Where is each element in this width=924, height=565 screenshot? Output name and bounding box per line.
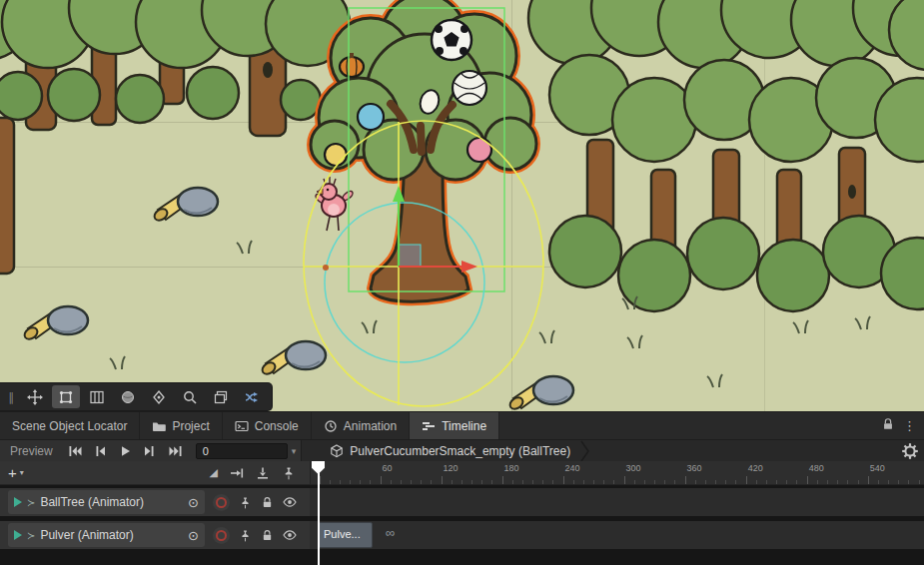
ruler-tick <box>807 476 808 484</box>
ruler-tick <box>471 480 472 484</box>
ruler-tick <box>542 480 543 484</box>
mix-mode-icon-button[interactable] <box>230 466 244 480</box>
scene-view[interactable]: ∥ <box>0 0 924 411</box>
ruler-label: 120 <box>444 463 459 473</box>
go-to-start-button[interactable] <box>63 440 88 462</box>
scene-canvas <box>0 0 924 411</box>
move-tool-button[interactable] <box>21 385 49 408</box>
ruler-label: 540 <box>870 463 885 473</box>
pin-icon[interactable] <box>239 496 252 509</box>
preview-toggle-button[interactable]: Preview <box>0 444 63 458</box>
ruler-tick <box>674 480 675 484</box>
tabbar-menu-button[interactable]: ⋮ <box>903 419 916 432</box>
ruler-tick <box>491 480 492 484</box>
ruler-label: 360 <box>687 463 702 473</box>
play-button[interactable] <box>113 440 138 462</box>
record-button[interactable] <box>213 494 230 511</box>
tab-label: Console <box>255 419 299 433</box>
lock-icon-button[interactable] <box>881 417 895 434</box>
tab-animation[interactable]: Animation <box>312 412 410 439</box>
layers-tool-button[interactable] <box>207 385 235 408</box>
ruler-tick <box>512 480 513 484</box>
ruler-tick <box>552 480 553 484</box>
tab-console[interactable]: Console <box>223 412 312 439</box>
folder-icon <box>152 419 166 433</box>
tab-label: Timeline <box>442 419 486 433</box>
console-icon <box>235 419 249 433</box>
track-row[interactable]: ≻ BallTree (Animator) ⊙ ⋮ <box>0 488 924 516</box>
breadcrumb-label[interactable]: PulverCucumberSmack_empty (BallTree) <box>350 444 570 458</box>
zoom-tool-button[interactable] <box>176 385 204 408</box>
ruler-label: 240 <box>565 463 580 473</box>
lock-icon[interactable] <box>261 496 274 509</box>
record-button[interactable] <box>213 527 230 544</box>
ruler-tick <box>654 480 655 484</box>
tab-scene-object-locator[interactable]: Scene Object Locator <box>0 412 140 439</box>
ruler-tick <box>878 480 879 484</box>
ruler-tick <box>481 480 482 484</box>
ruler-label: 420 <box>748 463 763 473</box>
track-content[interactable]: Pulve...∞ <box>310 521 924 549</box>
ruler-tick <box>411 480 412 484</box>
tab-project[interactable]: Project <box>140 412 222 439</box>
playhead[interactable] <box>318 461 320 565</box>
ruler-tick <box>685 476 686 484</box>
ruler-tick <box>452 480 453 484</box>
chevron-down-icon[interactable]: ▾ <box>292 446 297 456</box>
unity-editor-window: ∥ <box>0 0 924 565</box>
tab-timeline[interactable]: Timeline <box>410 412 499 439</box>
drag-handle-icon[interactable]: ∥ <box>8 390 14 404</box>
track-binding-icon[interactable]: ⊙ <box>188 529 199 542</box>
go-to-end-button[interactable] <box>163 440 188 462</box>
ruler-tick <box>573 480 574 484</box>
track-binding-icon[interactable]: ⊙ <box>188 496 199 509</box>
ruler-tick <box>858 480 859 484</box>
timeline-lower-panel: + ▾ ◢ 60120180240300360420480540 <box>0 461 924 565</box>
pin-icon-button[interactable] <box>282 466 296 480</box>
ruler-tick <box>381 476 382 484</box>
next-frame-button[interactable] <box>138 440 163 462</box>
ruler-label: 480 <box>809 463 824 473</box>
ruler-tick <box>725 480 726 484</box>
eye-icon[interactable] <box>283 495 297 509</box>
frame-input[interactable]: 0 <box>196 443 288 459</box>
ruler-tick <box>442 476 443 484</box>
ruler-tick <box>837 480 838 484</box>
extrapolation-infinity-indicator: ∞ <box>386 525 395 540</box>
ruler-tick <box>462 480 462 484</box>
eye-icon[interactable] <box>283 528 297 542</box>
ruler-tick <box>919 480 920 484</box>
link-tool-button[interactable] <box>238 385 266 408</box>
curves-icon-button[interactable]: ◢ <box>210 466 218 479</box>
track-content[interactable] <box>310 488 924 516</box>
transform-gizmo-tool-button[interactable] <box>145 385 173 408</box>
previous-frame-button[interactable] <box>88 440 113 462</box>
lock-icon[interactable] <box>261 529 274 542</box>
chevron-down-icon: ▾ <box>20 468 24 477</box>
ruler-tick <box>827 480 828 484</box>
add-track-button[interactable]: + ▾ <box>8 464 24 481</box>
timeline-icon <box>422 419 436 433</box>
track-row[interactable]: ≻ Pulver (Animator) ⊙ ⋮ Pulve...∞ <box>0 521 924 549</box>
ruler-tick <box>391 480 392 484</box>
track-subicon: ≻ <box>27 497 35 508</box>
track-name: BallTree (Animator) <box>40 495 144 509</box>
tab-label: Scene Object Locator <box>12 419 127 433</box>
pin-icon[interactable] <box>239 529 252 542</box>
track-header[interactable]: ≻ Pulver (Animator) ⊙ <box>8 523 205 547</box>
ruler-tick <box>370 480 371 484</box>
timeline-transport-bar: Preview 0 ▾ PulverCucumberSmack_empty (B… <box>0 439 924 461</box>
ruler-tick <box>664 480 665 484</box>
gear-icon-button[interactable] <box>902 443 918 462</box>
track-list: ≻ BallTree (Animator) ⊙ ⋮ ≻ Pulver (Anim… <box>0 488 924 549</box>
timeline-clip[interactable]: Pulve... <box>318 522 373 548</box>
ruler-tick <box>613 480 614 484</box>
grid-tool-button[interactable] <box>83 385 111 408</box>
timeline-ruler[interactable]: 60120180240300360420480540 <box>310 461 924 485</box>
sphere-tool-button[interactable] <box>114 385 142 408</box>
ripple-mode-icon-button[interactable] <box>256 466 270 480</box>
timeline-toolbar: + ▾ ◢ <box>0 461 310 485</box>
track-header[interactable]: ≻ BallTree (Animator) ⊙ <box>8 490 205 514</box>
ruler-tick <box>786 480 787 484</box>
rect-transform-tool-button[interactable] <box>52 385 80 408</box>
